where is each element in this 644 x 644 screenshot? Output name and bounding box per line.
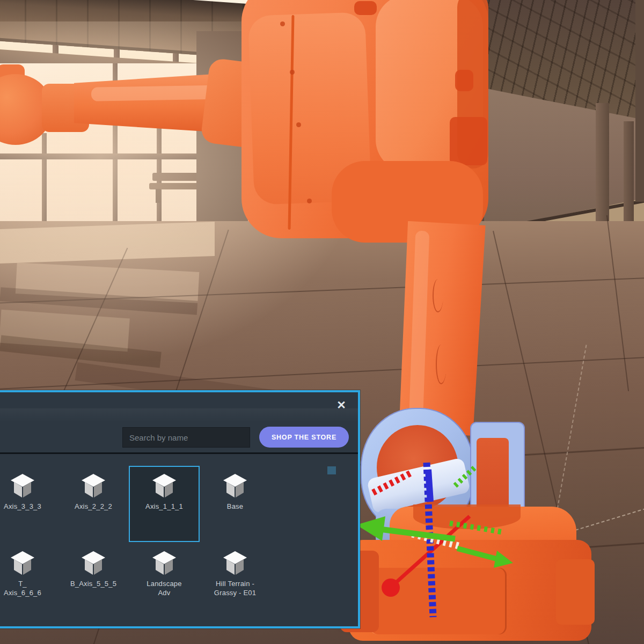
- panel-highlight: [0, 408, 358, 422]
- asset-tile-axis-1-1-1[interactable]: Axis_1_1_1: [129, 466, 200, 542]
- asset-tile-hill-terrain[interactable]: Hill Terrain - Grassy - E01: [200, 543, 270, 619]
- pillar: [635, 0, 644, 202]
- robot-base-step: [556, 559, 595, 625]
- cube-icon: [10, 550, 35, 576]
- rivet: [296, 122, 301, 127]
- asset-tile-landscape-adv[interactable]: Landscape Adv: [129, 543, 200, 619]
- asset-label: Axis_3_3_3: [4, 502, 41, 511]
- rivet: [290, 70, 295, 75]
- search-input[interactable]: [122, 427, 250, 448]
- transform-gizmo[interactable]: [333, 445, 526, 628]
- panel-separator: [0, 452, 358, 454]
- cube-icon: [80, 550, 106, 576]
- asset-label: Axis_2_2_2: [75, 502, 112, 511]
- gizmo-y-arrowhead[interactable]: [356, 516, 385, 541]
- asset-tile-axis-2-2-2[interactable]: Axis_2_2_2: [58, 466, 129, 542]
- robot-body-patch: [455, 70, 473, 91]
- robot-body-patch: [354, 1, 377, 15]
- asset-tile-b-axis-5-5-5[interactable]: B_Axis_5_5_5: [58, 543, 129, 619]
- gizmo-x-hatch: [373, 472, 412, 493]
- cube-icon: [151, 550, 177, 576]
- asset-browser-panel: ✕ SHOP THE STORE Axis_3_3_3 Axis_2_2_2 A…: [0, 390, 360, 628]
- gizmo-z-solid: [428, 470, 430, 502]
- asset-tile-t-axis-6-6-6[interactable]: T_ Axis_6_6_6: [0, 543, 58, 619]
- robot-arm-scratch: [436, 345, 447, 384]
- gizmo-y2-axis[interactable]: [457, 548, 498, 559]
- cube-icon: [222, 473, 248, 499]
- rivet: [307, 199, 312, 203]
- asset-label: Axis_1_1_1: [145, 502, 183, 511]
- shop-the-store-button[interactable]: SHOP THE STORE: [259, 427, 349, 448]
- asset-label: B_Axis_5_5_5: [70, 579, 116, 588]
- gizmo-y2-arrowhead[interactable]: [494, 551, 513, 568]
- cube-icon: [151, 473, 177, 499]
- gizmo-y-hatch: [455, 466, 477, 486]
- cube-icon: [222, 550, 248, 576]
- asset-label: T_ Axis_6_6_6: [4, 579, 41, 597]
- gizmo-y-axis[interactable]: [376, 529, 455, 539]
- robot-body-patch: [450, 117, 487, 165]
- rivet: [280, 21, 285, 26]
- gizmo-x-handle[interactable]: [382, 579, 400, 597]
- scrollbar-thumb[interactable]: [327, 466, 336, 474]
- viewport: ✕ SHOP THE STORE Axis_3_3_3 Axis_2_2_2 A…: [0, 0, 644, 644]
- cube-icon: [10, 473, 35, 499]
- asset-tile-base[interactable]: Base: [200, 466, 270, 542]
- asset-label: Landscape Adv: [147, 579, 181, 597]
- asset-tile-axis-3-3-3[interactable]: Axis_3_3_3: [0, 466, 58, 542]
- close-icon[interactable]: ✕: [334, 398, 349, 413]
- asset-label: Base: [227, 502, 243, 511]
- cube-icon: [80, 473, 106, 499]
- robot-arm-scratch: [433, 279, 443, 312]
- asset-label: Hill Terrain - Grassy - E01: [214, 579, 256, 597]
